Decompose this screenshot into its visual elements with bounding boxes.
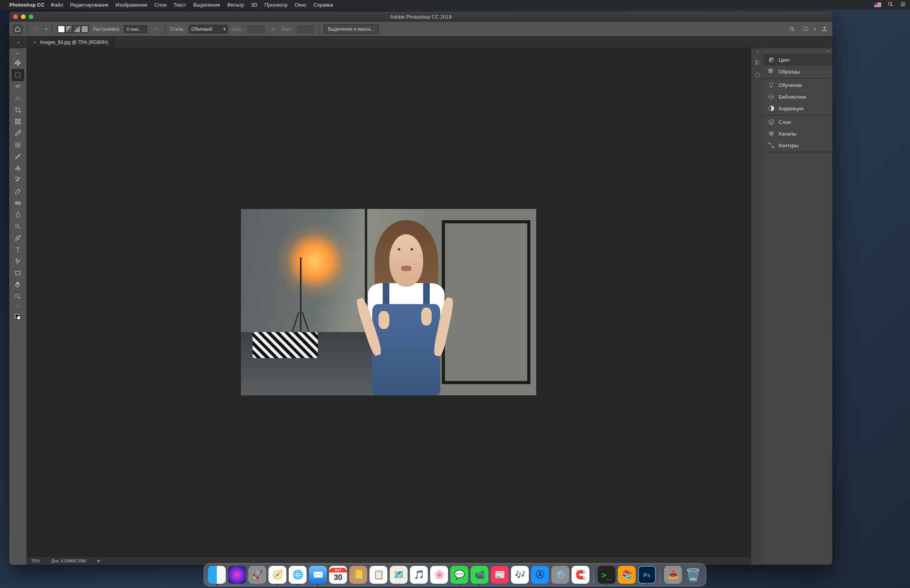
dock-safari[interactable]: 🧭	[268, 566, 286, 584]
canvas-viewport[interactable]	[26, 48, 751, 556]
menu-window[interactable]: Окно	[295, 2, 306, 8]
document-tab[interactable]: × Images_60.jpg @ 75% (RGB/8#)	[28, 37, 114, 48]
dock-magnet[interactable]: 🧲	[572, 566, 589, 584]
menu-image[interactable]: Изображение	[115, 2, 147, 8]
share-icon[interactable]	[820, 24, 829, 34]
marquee-tool-preset-icon[interactable]	[32, 24, 42, 34]
dock-mail[interactable]: ✉️	[309, 566, 327, 584]
input-source-icon[interactable]	[874, 2, 881, 7]
app-name[interactable]: Photoshop CC	[9, 2, 44, 8]
menu-3d[interactable]: 3D	[251, 2, 258, 8]
dock-appstore[interactable]: Ⓐ	[531, 566, 549, 584]
menu-select[interactable]: Выделение	[194, 2, 220, 8]
antialias-icon[interactable]	[151, 24, 160, 34]
brush-tool[interactable]	[12, 151, 24, 162]
dock-contacts[interactable]: 📒	[349, 566, 367, 584]
dock-reminders[interactable]: 📋	[370, 566, 387, 584]
dock-siri[interactable]	[228, 566, 246, 584]
menu-layers[interactable]: Слои	[154, 2, 167, 8]
menu-type[interactable]: Текст	[174, 2, 187, 8]
panel-libraries[interactable]: Библиотеки	[764, 91, 832, 103]
spotlight-icon[interactable]	[887, 1, 894, 9]
type-tool[interactable]	[12, 244, 24, 256]
history-brush-tool[interactable]	[12, 174, 24, 186]
dock-facetime[interactable]: 📹	[471, 566, 488, 584]
dock-messages[interactable]: 💬	[450, 566, 468, 584]
window-titlebar[interactable]: Adobe Photoshop CC 2019	[9, 12, 832, 22]
window-maximize-button[interactable]	[29, 14, 33, 19]
feather-input[interactable]	[124, 25, 147, 33]
dock-terminal[interactable]: >_	[598, 566, 615, 584]
crop-tool[interactable]	[12, 104, 24, 116]
control-center-icon[interactable]	[900, 1, 906, 9]
frame-tool[interactable]	[12, 116, 24, 127]
panel-channels[interactable]: Каналы	[764, 128, 832, 139]
dock-photos[interactable]: 🌸	[430, 566, 448, 584]
window-minimize-button[interactable]	[21, 14, 26, 19]
toolbox-more-icon[interactable]: ⋯	[15, 303, 21, 309]
pen-tool[interactable]	[12, 232, 24, 244]
doc-size-label[interactable]: Док: 6,59M/6,59M	[51, 558, 86, 563]
panel-color[interactable]: Цвет	[764, 54, 832, 66]
panel-adjustments[interactable]: Коррекция	[764, 103, 832, 114]
dock-system-preferences[interactable]: ⚙️	[551, 566, 569, 584]
search-icon[interactable]	[788, 24, 797, 34]
dodge-tool[interactable]	[12, 221, 24, 232]
history-panel-icon[interactable]	[753, 57, 763, 68]
panel-learn[interactable]: Обучение	[764, 79, 832, 91]
quick-selection-tool[interactable]	[12, 92, 24, 104]
clone-stamp-tool[interactable]	[12, 162, 24, 174]
menu-file[interactable]: Файл	[51, 2, 63, 8]
selection-add-icon[interactable]	[66, 26, 73, 33]
path-selection-tool[interactable]	[12, 256, 24, 267]
eraser-tool[interactable]	[12, 186, 24, 197]
panel-paths[interactable]: Контуры	[764, 139, 832, 151]
zoom-level[interactable]: 75%	[31, 558, 40, 563]
foreground-background-colors[interactable]	[12, 310, 24, 324]
lasso-tool[interactable]	[12, 81, 24, 92]
tab-overflow-icon[interactable]: »	[9, 37, 28, 48]
select-and-mask-button[interactable]: Выделение и маска...	[324, 24, 379, 34]
dock-trash[interactable]: 🗑️	[684, 566, 702, 584]
tab-close-icon[interactable]: ×	[33, 40, 36, 45]
dock-photoshop[interactable]: Ps	[638, 566, 656, 584]
properties-panel-icon[interactable]	[753, 70, 763, 80]
dock-maps[interactable]: 🗺️	[390, 566, 408, 584]
dock-itunes[interactable]: 🎶	[511, 566, 529, 584]
workspace-switcher-icon[interactable]	[801, 24, 810, 34]
selection-intersect-icon[interactable]	[81, 26, 88, 33]
dock-finder[interactable]	[208, 566, 226, 584]
zoom-tool[interactable]	[12, 291, 24, 302]
dock-music[interactable]: 🎵	[410, 566, 428, 584]
healing-brush-tool[interactable]	[12, 139, 24, 151]
status-menu-icon[interactable]: ▶	[98, 558, 101, 563]
hand-tool[interactable]	[12, 279, 24, 291]
dock-calendar[interactable]: ОКТ30	[329, 566, 347, 584]
workspace-dropdown[interactable]: ▾	[814, 27, 816, 31]
gradient-tool[interactable]	[12, 197, 24, 209]
menu-filter[interactable]: Фильтр	[227, 2, 244, 8]
window-close-button[interactable]	[13, 14, 18, 19]
toolbox-grip-icon[interactable]: ┅	[16, 50, 20, 57]
dock-downloads[interactable]: 📥	[664, 566, 682, 584]
collapse-panels-icon[interactable]: ‹‹	[764, 48, 832, 53]
style-select[interactable]: Обычный	[189, 25, 228, 33]
rectangular-marquee-tool[interactable]	[12, 69, 24, 81]
dock-books[interactable]: 📚	[618, 566, 636, 584]
eyedropper-tool[interactable]	[12, 127, 24, 139]
home-button[interactable]	[12, 24, 23, 34]
blur-tool[interactable]	[12, 209, 24, 221]
dock-news[interactable]: 📰	[491, 566, 509, 584]
tool-preset-dropdown[interactable]: ▾	[45, 27, 47, 31]
menu-view[interactable]: Просмотр	[265, 2, 288, 8]
selection-subtract-icon[interactable]	[73, 26, 80, 33]
move-tool[interactable]	[12, 57, 24, 69]
panel-layers[interactable]: Слои	[764, 116, 832, 128]
dock-launchpad[interactable]: 🚀	[248, 566, 266, 584]
menu-edit[interactable]: Редактирование	[70, 2, 108, 8]
panel-swatches[interactable]: Образцы	[764, 66, 832, 77]
selection-new-icon[interactable]	[58, 26, 65, 33]
dock-chrome[interactable]: 🌐	[289, 566, 307, 584]
menu-help[interactable]: Справка	[313, 2, 333, 8]
rectangle-tool[interactable]	[12, 267, 24, 279]
